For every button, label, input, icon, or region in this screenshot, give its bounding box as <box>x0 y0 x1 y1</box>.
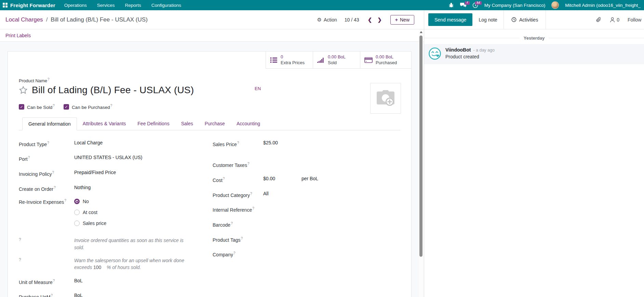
field-value[interactable]: BoL <box>74 292 83 297</box>
log-note-button[interactable]: Log note <box>472 10 504 29</box>
control-panel: Local Charges / Bill of Lading (B/L) Fee… <box>0 10 424 29</box>
pager-next-button[interactable]: ❯ <box>376 16 383 24</box>
product-name-field[interactable]: Bill of Lading (B/L) Fee - USLAX (US) <box>32 85 194 96</box>
user-menu[interactable]: Mitchell Admin (odoo16_viin_freight_ <box>565 3 641 8</box>
tab-attributes-variants[interactable]: Attributes & Variants <box>77 117 132 130</box>
radio-option-at-cost[interactable]: At cost <box>74 210 106 215</box>
upsell-percent-value[interactable]: 100 <box>93 265 101 270</box>
form-view: Local Charges / Bill of Lading (B/L) Fee… <box>0 10 424 297</box>
field-customer-taxes: Customer Taxes? <box>213 160 400 169</box>
field-port: Port? UNITED STATES - USLAX (US) <box>19 154 213 163</box>
field-purchase-uom: Purchase UoM? BoL <box>19 292 213 297</box>
new-record-button[interactable]: + New <box>390 15 414 25</box>
help-marker: ? <box>252 207 254 210</box>
field-product-category: Product Category? All <box>213 190 400 199</box>
field-value[interactable]: Local Charge <box>74 139 103 148</box>
tab-sales[interactable]: Sales <box>175 117 199 130</box>
apps-grid-icon[interactable] <box>3 3 8 8</box>
favorite-star-icon[interactable] <box>19 86 28 95</box>
list-icon <box>270 57 278 63</box>
plus-icon: + <box>395 17 398 23</box>
pager-value[interactable]: 10 / 43 <box>345 17 359 23</box>
top-nav-bar: Freight Forwarder Operations Services Re… <box>0 0 644 10</box>
can-be-purchased-label: Can be Purchased? <box>72 104 112 110</box>
radio-label: Sales price <box>83 221 106 226</box>
radio-icon[interactable] <box>74 221 80 226</box>
field-value[interactable]: $0.00per BoL <box>263 175 318 184</box>
radio-option-no[interactable]: No <box>74 199 106 204</box>
field-value[interactable]: BoL <box>74 277 83 286</box>
scrollbar-thumb[interactable] <box>419 36 422 257</box>
field-cost: Cost? $0.00per BoL <box>213 175 400 184</box>
stat-button-sold[interactable]: 0.00 BoL Sold <box>313 52 360 69</box>
scrollbar-up-arrow[interactable] <box>420 31 422 33</box>
radio-selected-icon[interactable] <box>74 199 80 204</box>
radio-icon[interactable] <box>74 210 80 215</box>
activities-button[interactable]: Activities <box>504 10 546 29</box>
notebook-tabs: General Information Attributes & Variant… <box>19 117 400 130</box>
message-author[interactable]: ViindooBot <box>445 47 471 53</box>
can-be-sold-label: Can be Sold? <box>27 104 55 110</box>
field-label: Internal Reference? <box>213 205 263 214</box>
help-text: Invoice ordered quantities as soon as th… <box>74 237 194 251</box>
menu-operations[interactable]: Operations <box>64 3 87 8</box>
field-value[interactable]: Prepaid/Fixed Price <box>74 169 116 178</box>
app-switcher[interactable]: Freight Forwarder <box>3 2 55 8</box>
breadcrumb-parent[interactable]: Local Charges <box>5 16 43 23</box>
pager-previous-button[interactable]: ❮ <box>367 16 373 24</box>
field-value[interactable]: $25.00 <box>263 139 278 148</box>
send-message-button[interactable]: Send message <box>428 13 472 26</box>
app-name[interactable]: Freight Forwarder <box>10 2 55 8</box>
attachment-paperclip-icon[interactable] <box>595 16 602 23</box>
activities-badge: 12 <box>475 1 482 5</box>
can-be-sold-checkbox[interactable]: ✓ <box>19 104 24 110</box>
debug-bug-icon[interactable] <box>448 2 454 8</box>
action-menu-button[interactable]: ⚙ Action <box>317 17 337 23</box>
followers-count: 0 <box>617 17 619 23</box>
activities-clock-icon[interactable]: 12 <box>472 2 478 8</box>
can-be-purchased-checkbox[interactable]: ✓ <box>64 104 69 110</box>
radio-option-sales-price[interactable]: Sales price <box>74 221 106 226</box>
field-company: Company? <box>213 250 400 258</box>
tab-general-information[interactable]: General Information <box>22 117 77 130</box>
stat-label: Extra Prices <box>281 60 305 66</box>
help-marker: ? <box>53 279 55 283</box>
gear-icon: ⚙ <box>317 17 321 23</box>
bar-chart-icon <box>317 57 325 63</box>
follow-button[interactable]: Follow <box>628 17 644 23</box>
field-internal-reference: Internal Reference? <box>213 205 400 214</box>
tab-purchase[interactable]: Purchase <box>199 117 231 130</box>
fields-right-column: Sales Price? $25.00 Customer Taxes? Cost… <box>213 139 400 297</box>
chatter-toolbar: Send message Log note Activities 0 F <box>424 10 644 29</box>
stat-button-extra-prices[interactable]: 0 Extra Prices <box>266 52 313 69</box>
print-labels-button[interactable]: Print Labels <box>5 33 31 38</box>
followers-button[interactable]: 0 <box>610 17 619 23</box>
help-text: Warn the salesperson for an upsell when … <box>74 257 194 271</box>
field-value[interactable]: Nothing <box>74 184 91 193</box>
field-reinvoice-expenses: Re-Invoice Expenses? No At cost <box>19 199 213 226</box>
breadcrumb-current: Bill of Lading (B/L) Fee - USLAX (US) <box>51 16 147 23</box>
menu-reports[interactable]: Reports <box>125 3 141 8</box>
tab-accounting[interactable]: Accounting <box>231 117 266 130</box>
form-scrollbar <box>419 29 423 297</box>
help-marker: ? <box>247 162 250 166</box>
messages-icon[interactable]: 7 <box>460 2 466 8</box>
field-label: Purchase UoM? <box>19 292 74 297</box>
field-value[interactable]: UNITED STATES - USLAX (US) <box>74 154 142 163</box>
user-avatar[interactable] <box>551 1 559 9</box>
viindoobot-avatar <box>428 47 441 60</box>
field-label: Company? <box>213 250 263 258</box>
company-switcher[interactable]: My Company (San Francisco) <box>484 3 546 8</box>
menu-services[interactable]: Services <box>97 3 115 8</box>
tab-fee-definitions[interactable]: Fee Definitions <box>132 117 175 130</box>
help-marker: ? <box>233 251 236 255</box>
field-product-type: Product Type? Local Charge <box>19 139 213 148</box>
help-marker: ? <box>223 177 225 181</box>
field-value[interactable]: All <box>263 190 269 199</box>
field-label: Customer Taxes? <box>213 160 263 169</box>
menu-configurations[interactable]: Configurations <box>151 3 181 8</box>
stat-button-purchased[interactable]: 0.00 BoL Purchased <box>360 52 411 69</box>
translate-language-badge[interactable]: EN <box>255 86 261 91</box>
help-marker: ? <box>53 104 55 108</box>
field-unit-of-measure: Unit of Measure? BoL <box>19 277 213 286</box>
